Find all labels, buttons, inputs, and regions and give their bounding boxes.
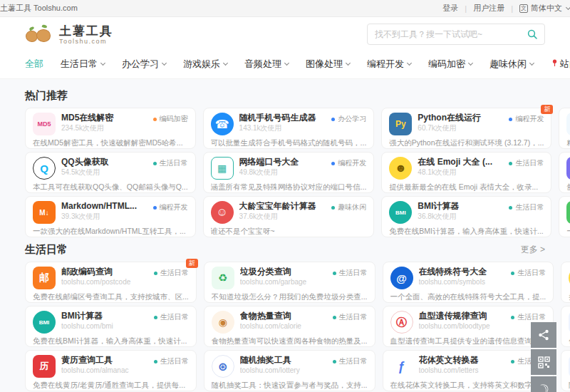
card-top: ☻在线 Emoji 大全 (...48.1k次使用生活日常	[389, 157, 544, 180]
category-label: 生活日常	[160, 268, 189, 278]
nav-item-1[interactable]: 生活日常	[61, 58, 105, 71]
tool-card[interactable]: BMIBMI计算器toolshu.com/bmi生活日常免费在线BMI计算器，输…	[25, 306, 197, 347]
card-top: ▦舒尔特方格 - 注意...40.1k次使用游戏娱乐	[566, 157, 570, 180]
category-tag: 趣味休闲	[331, 202, 366, 212]
category-label: 生活日常	[339, 356, 368, 366]
tool-subtitle: toolshu.com/garbage	[240, 277, 327, 287]
tool-card[interactable]: ⊛随机抽奖工具toolshu.com/lottery生活日常随机抽奖工具：快速设…	[204, 350, 375, 391]
tool-card[interactable]: BMIBMI计算器36.8k次使用生活日常免费在线BMI计算器，输入身高体重，快…	[381, 196, 551, 237]
tool-description: 精选目前可用的国内 Docker 镜像加速源，提...	[566, 138, 570, 148]
search-input[interactable]	[375, 29, 522, 39]
tool-card[interactable]: ▣随机密码生成器toolshu.com/random_pass生活日常随机密码生…	[561, 350, 570, 391]
recycle-bins-icon: ♻	[212, 267, 234, 289]
tool-card[interactable]: M↓Markdown/HTML...39.3k次使用编程开发一款强大的在线Mar…	[25, 196, 196, 237]
category-dot	[154, 272, 157, 275]
tool-title: Python在线运行	[418, 113, 503, 123]
nav-item-label: 游戏娱乐	[183, 58, 220, 71]
qrcode-button[interactable]	[531, 349, 556, 375]
nav-item-8[interactable]: 趣味休闲	[489, 58, 534, 71]
card-info: MD5在线解密234.5k次使用	[61, 113, 147, 133]
tool-card[interactable]: ☺大龄宝宝年龄计算器37.6k次使用趣味休闲谁还不是个宝宝呀~	[203, 196, 375, 237]
tool-card[interactable]: ♻垃圾分类查询toolshu.com/garbage生活日常不知道垃圾怎么分？用…	[204, 262, 375, 303]
share-button[interactable]	[531, 322, 556, 348]
tool-card[interactable]: MD5MD5在线解密234.5k次使用编码加密在线MD5解密工具，快速破解解密M…	[25, 108, 196, 149]
card-info: 食物热量查询toolshu.com/calorie	[240, 311, 327, 331]
tool-card[interactable]: @在线特殊符号大全toolshu.com/symbols生活日常一个全面、高效的…	[383, 262, 554, 303]
tool-subtitle: 234.5k次使用	[61, 123, 147, 133]
tool-description: 在线花体英文转换工具，支持将英文和数字转...	[390, 381, 546, 391]
category-tag: 生活日常	[154, 268, 189, 278]
tool-card[interactable]: ▦网络端口号大全49.8k次使用编程开发涵盖所有常见及特殊网络协议对应的端口号信…	[203, 152, 375, 193]
category-label: 编程开发	[160, 202, 188, 212]
phone-icon: ☎	[211, 113, 234, 135]
dark-mode-button[interactable]: ☽	[531, 376, 556, 392]
tool-description: 谁还不是个宝宝呀~	[211, 227, 367, 237]
nav-item-7[interactable]: 编码加密	[428, 58, 472, 71]
router-icon: ▦	[211, 157, 234, 180]
tool-card[interactable]: 历黄历查询工具toolshu.com/almanac生活日常免费在线黄历/老黄历…	[25, 350, 197, 391]
tool-card[interactable]: ☎随机手机号码生成器143.1k次使用办公学习可以批量生成符合手机号码格式的随机…	[203, 108, 375, 149]
nav: 全部生活日常办公学习游戏娱乐音频处理图像处理编程开发编码加密趣味休闲站内服务◎网…	[25, 51, 545, 78]
tool-card[interactable]: D国内 Docker 镜像源toolshu.com/docker-mirror编…	[559, 108, 570, 149]
search-box[interactable]	[367, 24, 545, 45]
register-link[interactable]: 用户注册	[473, 3, 504, 14]
tool-subtitle: toolshu.com/letters	[419, 366, 506, 375]
card-top: BMIBMI计算器36.8k次使用生活日常	[389, 201, 544, 224]
logo-subtitle: Toolshu.com	[59, 38, 113, 45]
card-info: 垃圾分类查询toolshu.com/garbage	[240, 267, 327, 287]
card-info: Python在线运行60.7k次使用	[418, 113, 503, 133]
tool-card[interactable]: 新PyPython在线运行60.7k次使用编程开发强大的Python在线运行和测…	[381, 108, 551, 149]
card-info: 随机手机号码生成器143.1k次使用	[239, 113, 326, 133]
tool-title: BMI计算器	[61, 311, 148, 321]
nav-item-4[interactable]: 音频处理	[244, 58, 289, 71]
tool-title: 随机抽奖工具	[240, 355, 327, 366]
tool-card[interactable]: ABC线条字生成器toolshu.com/linetext生活日常使用线条字在线…	[561, 306, 570, 347]
tool-card[interactable]: ƒ花体英文转换器toolshu.com/letters生活日常在线花体英文转换工…	[383, 350, 554, 391]
md5-lock-icon: MD5	[33, 113, 56, 135]
language-label: 简体中文	[531, 3, 562, 14]
nav-item-6[interactable]: 编程开发	[367, 58, 411, 71]
tool-card[interactable]: ☻在线 Emoji 大全 (...48.1k次使用生活日常提供最新最全的在线 E…	[381, 152, 551, 193]
category-label: 编码加密	[160, 114, 188, 124]
category-label: 趣味休闲	[338, 202, 366, 212]
category-label: 生活日常	[517, 268, 546, 278]
food-magnifier-icon: ◉	[212, 311, 234, 334]
tool-description: 不知道垃圾怎么分？用我们的免费垃圾分类查...	[212, 292, 368, 302]
site-logo[interactable]: 土薯工具 Toolshu.com	[25, 23, 113, 46]
more-link[interactable]: 更多 >	[521, 244, 545, 256]
nav-item-2[interactable]: 办公学习	[122, 58, 166, 71]
category-label: 生活日常	[515, 202, 544, 212]
tool-card[interactable]: Ⓐ血型遗传规律查询toolshu.com/bloodtype生活日常血型遗传查询…	[383, 306, 554, 347]
tool-subtitle: toolshu.com/bmi	[61, 321, 148, 331]
tool-title: 垃圾分类查询	[240, 267, 327, 277]
section-head: 热门推荐	[25, 89, 545, 103]
login-link[interactable]: 登录	[442, 3, 458, 14]
tool-title: 大龄宝宝年龄计算器	[239, 201, 326, 212]
tool-title: 血型遗传规律查询	[419, 311, 506, 321]
tool-card[interactable]: ☻在线 Emoji 大全 (...toolshu.com/emojiall生活日…	[561, 262, 570, 303]
tool-card[interactable]: 新邮邮政编码查询toolshu.com/postcode生活日常免费在线邮编区号…	[25, 262, 197, 303]
category-tag: 生活日常	[153, 158, 188, 168]
nav-item-label: 全部	[25, 58, 43, 71]
card-info: 网络端口号大全49.8k次使用	[239, 157, 326, 177]
tool-description: 本工具可在线获取QQ头像、QQ邮箱头像与Q...	[33, 182, 188, 192]
sections-container: 热门推荐MD5MD5在线解密234.5k次使用编码加密在线MD5解密工具，快速破…	[25, 89, 545, 392]
tool-title: 在线 Emoji 大全 (...	[418, 157, 503, 167]
tool-title: 网络端口号大全	[239, 157, 326, 167]
tool-title: 食物热量查询	[240, 311, 327, 321]
tool-card[interactable]: QQQ头像获取54.5k次使用生活日常本工具可在线获取QQ头像、QQ邮箱头像与Q…	[25, 152, 196, 193]
search-icon[interactable]	[527, 29, 537, 39]
baby-face-icon: ☺	[211, 201, 234, 224]
tool-card[interactable]: ◉食物热量查询toolshu.com/calorie生活日常食物热量查询可以快速…	[204, 306, 375, 347]
nav-item-9[interactable]: 站内服务	[551, 58, 570, 71]
nav-item-0[interactable]: 全部	[25, 58, 43, 71]
tool-card[interactable]: ☺随机姓名生成器26.2k次使用办公学习一款强大的在线随机姓名生成器和抽取器，提…	[559, 196, 570, 237]
card-top: D国内 Docker 镜像源toolshu.com/docker-mirror编…	[566, 113, 570, 135]
nav-item-3[interactable]: 游戏娱乐	[183, 58, 227, 71]
tool-description: 血型遗传查询工具提供专业的遗传信息查询服...	[390, 336, 546, 346]
nav-item-5[interactable]: 图像处理	[306, 58, 350, 71]
tool-subtitle: toolshu.com/almanac	[61, 366, 148, 375]
tool-card[interactable]: ▦舒尔特方格 - 注意...40.1k次使用游戏娱乐舒尔特方格是一种注意力训练游…	[559, 152, 570, 193]
language-selector[interactable]: 文 简体中文	[519, 3, 570, 14]
category-dot	[509, 162, 512, 165]
